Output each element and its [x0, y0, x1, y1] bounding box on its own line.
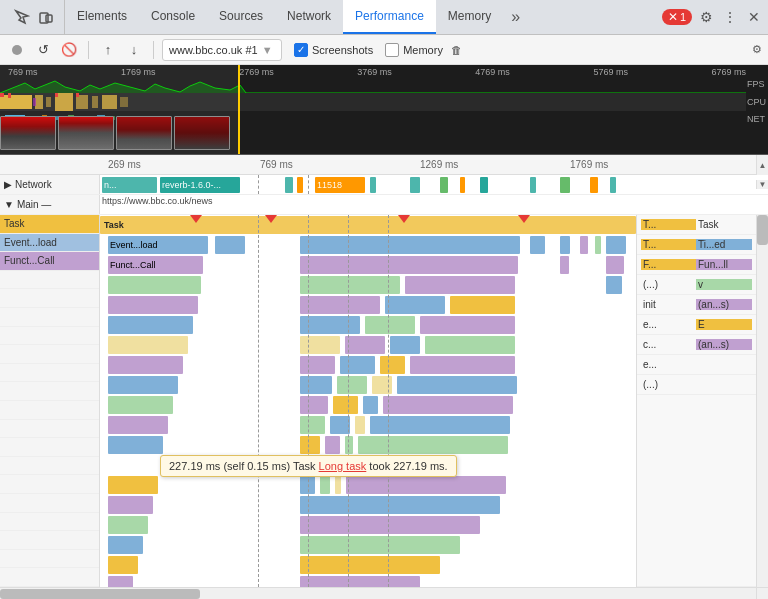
long-task-link[interactable]: Long task — [319, 460, 367, 472]
stack-row3-3 — [405, 276, 515, 294]
memory-label[interactable]: Memory — [403, 44, 443, 56]
center-vline-2 — [308, 215, 309, 587]
h-scrollbar-thumb[interactable] — [0, 589, 200, 599]
error-badge[interactable]: ✕ 1 — [662, 9, 692, 25]
ruler-769: 769 ms — [260, 159, 293, 170]
main-row-content: https://www.bbc.co.uk/news — [100, 195, 768, 214]
funct-bar-2 — [300, 256, 518, 274]
stack-row7-5 — [410, 356, 515, 374]
tab-network[interactable]: Network — [275, 0, 343, 34]
stack-row5-4 — [420, 316, 515, 334]
scrollbar-thumb[interactable] — [757, 215, 768, 245]
tab-sources[interactable]: Sources — [207, 0, 275, 34]
stack-row8-2 — [300, 376, 332, 394]
settings-icon[interactable]: ⚙ — [696, 7, 716, 27]
empty-label-15 — [0, 531, 99, 550]
network-row-content: n... reverb-1.6.0-... 11518 — [100, 175, 756, 194]
horizontal-scrollbar[interactable] — [0, 587, 768, 599]
stack-row8-1 — [108, 376, 178, 394]
network-expand-icon[interactable]: ▶ — [4, 179, 12, 190]
record-button[interactable] — [6, 39, 28, 61]
tab-overflow[interactable]: » — [503, 8, 528, 26]
event-bar-3 — [300, 236, 520, 254]
time-ruler: 269 ms 769 ms 1269 ms 1769 ms ▲ — [0, 155, 768, 175]
stack-row3-4 — [606, 276, 622, 294]
toolbar-sep-2 — [153, 41, 154, 59]
network-block-9 — [480, 177, 488, 193]
network-block-2: reverb-1.6.0-... — [160, 177, 240, 193]
tab-bar: Elements Console Sources Network Perform… — [0, 0, 768, 35]
empty-label-6 — [0, 364, 99, 383]
upload-button[interactable]: ↑ — [97, 39, 119, 61]
stack-row5-3 — [365, 316, 415, 334]
ts-6769: 6769 ms — [711, 67, 746, 77]
long-task-tooltip: 227.19 ms (self 0.15 ms) Task Long task … — [160, 455, 457, 477]
inspect-icon[interactable] — [12, 7, 32, 27]
event-bar-4 — [530, 236, 545, 254]
right-row-8: (...) — [637, 375, 756, 395]
event-load-bar[interactable]: Event...load — [108, 236, 208, 254]
empty-label-10 — [0, 438, 99, 457]
stack-row8-5 — [397, 376, 517, 394]
stack-row7-1 — [108, 356, 183, 374]
event-label: Event...load — [0, 234, 99, 253]
stack-row3-1 — [108, 276, 201, 294]
close-icon[interactable]: ✕ — [744, 7, 764, 27]
funct-bar[interactable]: Funct...Call — [108, 256, 203, 274]
right-row-5: e... E — [637, 315, 756, 335]
tab-elements[interactable]: Elements — [65, 0, 139, 34]
stack-row8-3 — [337, 376, 367, 394]
network-block-8 — [460, 177, 465, 193]
network-block-3 — [285, 177, 293, 193]
right-row-6: c... (an...s) — [637, 335, 756, 355]
timeline-overview[interactable]: 769 ms 1769 ms 2769 ms 3769 ms 4769 ms 5… — [0, 65, 768, 155]
network-row-scroll: ▼ — [756, 180, 768, 189]
event-bar-8 — [606, 236, 626, 254]
url-display: www.bbc.co.uk #1 ▼ — [162, 39, 282, 61]
stack-row7-4 — [380, 356, 405, 374]
empty-label-16 — [0, 550, 99, 569]
task-bar-main[interactable]: Task — [100, 216, 636, 234]
download-button[interactable]: ↓ — [123, 39, 145, 61]
device-toggle-icon[interactable] — [36, 7, 56, 27]
scrollbar-corner — [756, 588, 768, 599]
right-panel: T... Task T... Ti...ed F... Fun...ll (..… — [636, 215, 756, 587]
vline-2 — [308, 175, 309, 194]
right-row-2: F... Fun...ll — [637, 255, 756, 275]
network-block-11518: 11518 — [315, 177, 365, 193]
screenshots-checkbox[interactable] — [294, 43, 308, 57]
more-icon[interactable]: ⋮ — [720, 7, 740, 27]
empty-label-8 — [0, 401, 99, 420]
performance-toolbar: ↺ 🚫 ↑ ↓ www.bbc.co.uk #1 ▼ Screenshots M… — [0, 35, 768, 65]
tab-memory[interactable]: Memory — [436, 0, 503, 34]
long-task-marker-4 — [518, 215, 530, 223]
refresh-record-button[interactable]: ↺ — [32, 39, 54, 61]
main-expand-icon[interactable]: ▼ — [4, 199, 14, 210]
event-bar-5 — [560, 236, 570, 254]
capture-settings-button[interactable]: ⚙ — [752, 43, 762, 56]
empty-label-17 — [0, 568, 99, 587]
timeline-selection — [0, 65, 240, 154]
network-block-13 — [610, 177, 616, 193]
stack-row6-2 — [300, 336, 340, 354]
tab-console[interactable]: Console — [139, 0, 207, 34]
empty-label-2 — [0, 289, 99, 308]
stack-row6-4 — [390, 336, 420, 354]
right-row-4: init (an...s) — [637, 295, 756, 315]
side-labels: FPS CPU NET — [747, 77, 766, 127]
tab-performance[interactable]: Performance — [343, 0, 436, 34]
screenshots-label[interactable]: Screenshots — [312, 44, 373, 56]
empty-label-3 — [0, 308, 99, 327]
stack-row4-2 — [300, 296, 380, 314]
network-block-10 — [530, 177, 536, 193]
funct-bar-4 — [606, 256, 624, 274]
ts-4769: 4769 ms — [475, 67, 510, 77]
flame-center[interactable]: Task Event...load Funct...Call — [100, 215, 636, 587]
trash-button[interactable]: 🗑 — [451, 44, 462, 56]
clear-button[interactable]: 🚫 — [58, 39, 80, 61]
vertical-scrollbar[interactable] — [756, 215, 768, 587]
center-vline-3 — [348, 215, 349, 587]
memory-checkbox-group: Memory — [385, 43, 443, 57]
network-block-5 — [370, 177, 376, 193]
memory-checkbox[interactable] — [385, 43, 399, 57]
